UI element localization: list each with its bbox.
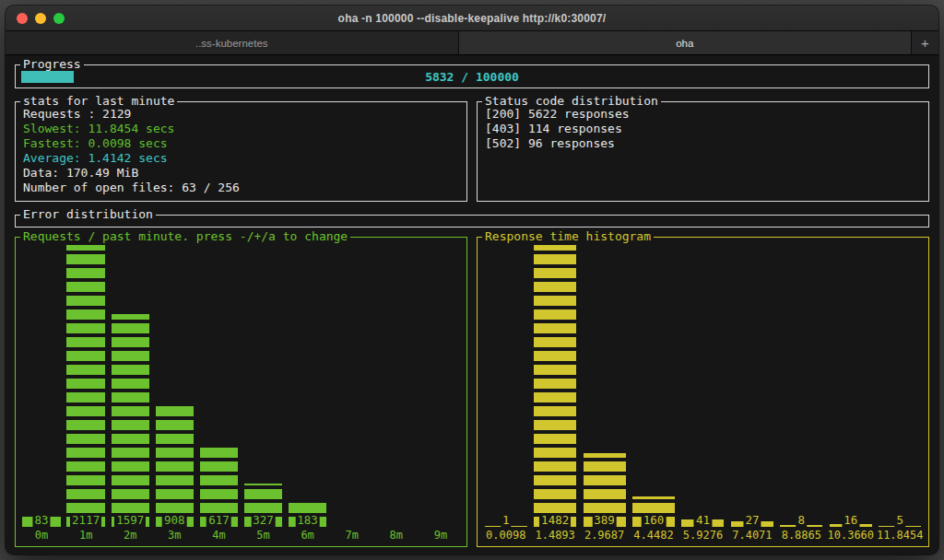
progress-label: 5832 / 100000 bbox=[16, 70, 928, 84]
bar-value-label: 908 bbox=[162, 514, 187, 527]
bar bbox=[156, 406, 194, 527]
traffic-lights bbox=[17, 6, 65, 30]
x-axis-label: 8.8865 bbox=[777, 528, 826, 543]
x-axis-label: 10.3660 bbox=[826, 528, 875, 543]
tab-bar: ..ss-kubernetes oha + bbox=[6, 31, 938, 55]
histogram-area: 1148238916041278165 bbox=[481, 245, 925, 527]
chart-bar-slot: 160 bbox=[629, 245, 678, 527]
x-axis-label: 6m bbox=[286, 528, 330, 543]
requests-chart-title: Requests / past minute. press -/+/a to c… bbox=[20, 229, 350, 244]
x-axis-label: 11.8454 bbox=[876, 528, 925, 543]
x-axis-label: 5m bbox=[241, 528, 285, 543]
stats-box-title: stats for last minute bbox=[20, 94, 177, 109]
bar-value-label: 83 bbox=[33, 514, 51, 527]
requests-chart-area: 8321171597908617327183 bbox=[19, 245, 463, 527]
bar-value-label: 389 bbox=[592, 514, 617, 527]
bar-value-label: 1482 bbox=[539, 514, 571, 527]
chart-bar-slot: 1 bbox=[481, 245, 530, 527]
status-code-box: Status code distribution [200] 5622 resp… bbox=[477, 101, 929, 202]
status-line-403: [403] 114 responses bbox=[485, 122, 921, 136]
x-axis-label: 8m bbox=[374, 528, 419, 543]
bar-value-label: 1597 bbox=[114, 514, 146, 527]
x-axis-label: 2m bbox=[108, 528, 152, 543]
chart-bar-slot bbox=[330, 245, 374, 527]
progress-box: Progress 5832 / 100000 bbox=[15, 64, 929, 88]
chart-bar-slot: 5 bbox=[876, 245, 925, 527]
bar bbox=[112, 314, 149, 527]
chart-bar-slot bbox=[419, 245, 463, 527]
new-tab-button[interactable]: + bbox=[911, 31, 938, 54]
bar-value-label: 27 bbox=[743, 514, 761, 527]
bar-value-label: 8 bbox=[796, 514, 808, 527]
status-line-200: [200] 5622 responses bbox=[485, 107, 921, 122]
error-distribution-box: Error distribution bbox=[15, 215, 929, 228]
terminal-content[interactable]: Progress 5832 / 100000 stats for last mi… bbox=[6, 55, 938, 554]
bar-value-label: 327 bbox=[251, 514, 276, 527]
response-time-histogram: Response time histogram 1148238916041278… bbox=[477, 237, 929, 547]
chart-bar-slot: 83 bbox=[19, 245, 64, 527]
bar-value-label: 617 bbox=[206, 514, 231, 527]
x-axis-label: 0m bbox=[19, 528, 64, 543]
chart-bar-slot: 27 bbox=[727, 245, 776, 527]
bar-value-label: 160 bbox=[642, 514, 667, 527]
chart-bar-slot: 908 bbox=[152, 245, 196, 527]
chart-bar-slot: 2117 bbox=[64, 245, 108, 527]
chart-bar-slot: 617 bbox=[196, 245, 241, 527]
titlebar: oha -n 100000 --disable-keepalive http:/… bbox=[6, 6, 938, 31]
chart-bar-slot: 1597 bbox=[108, 245, 152, 527]
histogram-x-axis: 0.00981.48932.96874.44825.92767.40718.88… bbox=[481, 528, 925, 543]
tab-kubernetes[interactable]: ..ss-kubernetes bbox=[6, 31, 459, 54]
bar-value-label: 2117 bbox=[70, 514, 101, 527]
histogram-title: Response time histogram bbox=[482, 229, 654, 244]
stat-line-open-files: Number of open files: 63 / 256 bbox=[23, 181, 459, 195]
stat-line-data: Data: 170.49 MiB bbox=[23, 166, 459, 181]
chart-bar-slot: 41 bbox=[678, 245, 727, 527]
requests-chart-x-axis: 0m1m2m3m4m5m6m7m8m9m bbox=[19, 528, 463, 543]
bar bbox=[534, 245, 576, 527]
stat-line-slowest: Slowest: 11.8454 secs bbox=[23, 122, 459, 136]
terminal-window: oha -n 100000 --disable-keepalive http:/… bbox=[6, 6, 938, 554]
stats-box: stats for last minute Requests : 2129 Sl… bbox=[15, 101, 467, 202]
window-title: oha -n 100000 --disable-keepalive http:/… bbox=[338, 12, 607, 25]
x-axis-label: 2.9687 bbox=[580, 528, 629, 543]
requests-per-minute-chart: Requests / past minute. press -/+/a to c… bbox=[15, 237, 467, 547]
stat-line-average: Average: 1.4142 secs bbox=[23, 151, 459, 166]
tab-label: oha bbox=[676, 38, 693, 49]
x-axis-label: 7.4071 bbox=[727, 528, 776, 543]
x-axis-label: 5.9276 bbox=[678, 528, 727, 543]
chart-bar-slot: 1482 bbox=[530, 245, 579, 527]
minimize-button[interactable] bbox=[35, 13, 46, 24]
progress-bar: 5832 / 100000 bbox=[16, 65, 928, 88]
bar-value-label: 41 bbox=[694, 514, 712, 527]
bar bbox=[66, 245, 104, 527]
bar-value-label: 5 bbox=[894, 514, 905, 527]
close-button[interactable] bbox=[17, 13, 28, 24]
plus-icon: + bbox=[921, 35, 929, 51]
x-axis-label: 1.4893 bbox=[530, 528, 579, 543]
chart-bar-slot: 183 bbox=[286, 245, 330, 527]
stat-line-fastest: Fastest: 0.0098 secs bbox=[23, 136, 459, 151]
chart-bar-slot: 8 bbox=[777, 245, 826, 527]
tab-label: ..ss-kubernetes bbox=[195, 38, 268, 49]
chart-bar-slot: 16 bbox=[826, 245, 875, 527]
x-axis-label: 4.4482 bbox=[629, 528, 678, 543]
x-axis-label: 1m bbox=[64, 528, 108, 543]
chart-bar-slot: 327 bbox=[241, 245, 285, 527]
bar-value-label: 183 bbox=[295, 514, 320, 527]
stat-line-requests: Requests : 2129 bbox=[23, 107, 459, 122]
x-axis-label: 9m bbox=[419, 528, 463, 543]
error-distribution-title: Error distribution bbox=[20, 207, 156, 222]
chart-bar-slot: 389 bbox=[580, 245, 629, 527]
status-line-502: [502] 96 responses bbox=[485, 136, 921, 151]
bar-value-label: 16 bbox=[842, 514, 859, 527]
x-axis-label: 3m bbox=[152, 528, 196, 543]
zoom-button[interactable] bbox=[53, 13, 65, 24]
chart-bar-slot bbox=[374, 245, 419, 527]
bar-value-label: 1 bbox=[501, 514, 512, 527]
tab-oha[interactable]: oha bbox=[459, 31, 912, 54]
status-code-box-title: Status code distribution bbox=[482, 94, 661, 109]
x-axis-label: 7m bbox=[330, 528, 374, 543]
x-axis-label: 0.0098 bbox=[481, 528, 530, 543]
x-axis-label: 4m bbox=[196, 528, 241, 543]
